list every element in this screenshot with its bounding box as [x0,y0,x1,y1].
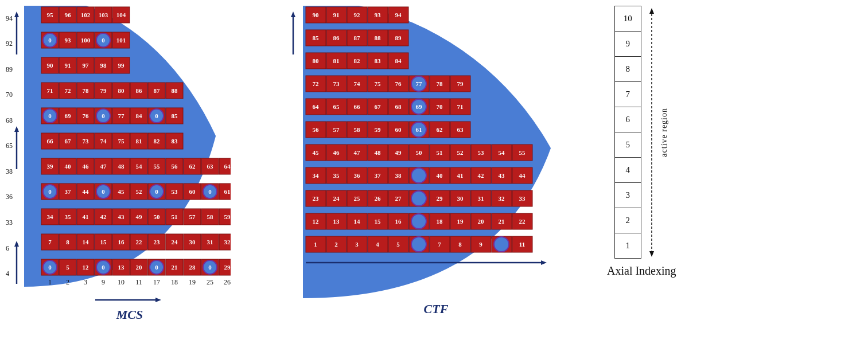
svg-text:69: 69 [65,112,72,119]
svg-text:48: 48 [118,163,125,170]
svg-text:0: 0 [102,37,105,44]
svg-text:59: 59 [375,126,382,133]
svg-text:38: 38 [395,172,402,179]
svg-text:19: 19 [189,278,196,286]
svg-text:0: 0 [48,37,52,44]
svg-text:89: 89 [395,34,402,41]
svg-text:9: 9 [479,241,482,248]
svg-point-424 [411,191,426,206]
svg-text:0: 0 [155,188,158,195]
axial-row-5: 5 [614,132,641,158]
svg-text:90: 90 [47,62,54,69]
svg-text:64: 64 [224,163,231,170]
svg-text:49: 49 [395,149,402,156]
svg-point-425 [411,214,426,229]
svg-text:34: 34 [47,213,54,220]
svg-text:72: 72 [65,87,72,94]
svg-text:45: 45 [313,149,320,156]
up-arrow-3 [11,11,22,57]
svg-text:77: 77 [118,112,125,119]
svg-text:85: 85 [313,34,320,41]
svg-text:1: 1 [314,241,317,248]
svg-text:75: 75 [118,138,125,145]
mcs-section: 94 92 89 70 68 65 38 36 33 6 4 [11,6,231,322]
svg-text:82: 82 [154,138,161,145]
svg-text:67: 67 [65,138,72,145]
svg-text:22: 22 [136,239,143,245]
svg-text:29: 29 [437,195,443,202]
svg-text:47: 47 [354,149,361,156]
svg-text:50: 50 [154,213,161,220]
axial-cell-1: 1 [614,233,641,259]
svg-text:81: 81 [136,138,142,145]
svg-text:99: 99 [118,62,125,69]
svg-text:83: 83 [375,57,382,64]
svg-text:13: 13 [333,218,340,225]
svg-text:91: 91 [65,62,71,69]
svg-text:30: 30 [457,195,464,202]
svg-text:25: 25 [354,195,361,202]
svg-text:58: 58 [207,213,214,220]
svg-text:20: 20 [136,264,143,271]
svg-point-426 [411,237,426,252]
up-arrow-2 [11,126,22,172]
svg-text:60: 60 [189,188,196,195]
svg-text:7: 7 [438,241,441,248]
svg-text:95: 95 [47,11,54,18]
svg-text:57: 57 [189,213,196,220]
svg-text:44: 44 [519,172,526,179]
svg-text:80: 80 [118,87,125,94]
svg-text:15: 15 [100,239,107,245]
svg-text:104: 104 [116,11,126,18]
axial-cell-4: 4 [614,158,641,183]
svg-marker-228 [155,298,161,302]
y-label-89: 89 [6,65,13,74]
svg-text:13: 13 [118,264,125,271]
svg-text:87: 87 [354,34,361,41]
svg-text:15: 15 [375,218,382,225]
svg-text:3: 3 [355,241,359,248]
svg-text:68: 68 [395,103,402,110]
y-label-38: 38 [6,167,13,176]
svg-text:74: 74 [100,138,107,145]
svg-text:61: 61 [416,126,422,133]
svg-text:75: 75 [375,80,382,87]
svg-text:47: 47 [100,163,107,170]
svg-text:81: 81 [333,57,340,64]
svg-text:37: 37 [65,188,72,195]
svg-text:87: 87 [154,87,161,94]
svg-text:56: 56 [172,163,178,170]
svg-text:35: 35 [333,172,340,179]
mcs-label: MCS [116,307,143,322]
svg-text:42: 42 [478,172,485,179]
svg-text:28: 28 [189,264,196,271]
svg-text:24: 24 [172,239,178,245]
svg-text:17: 17 [153,278,160,286]
svg-text:72: 72 [313,80,320,87]
svg-text:86: 86 [333,34,340,41]
svg-text:73: 73 [83,138,89,145]
axial-row-8: 8 [614,57,641,82]
svg-text:98: 98 [100,62,107,69]
svg-text:8: 8 [66,239,69,245]
svg-text:56: 56 [313,126,320,133]
ctf-up-arrow [288,11,298,57]
svg-text:30: 30 [189,239,196,245]
svg-text:41: 41 [457,172,464,179]
svg-text:51: 51 [437,149,443,156]
svg-text:93: 93 [65,37,72,44]
svg-text:0: 0 [208,188,212,195]
svg-text:52: 52 [457,149,464,156]
svg-text:0: 0 [208,264,212,271]
svg-text:66: 66 [354,103,361,110]
svg-text:61: 61 [224,188,231,195]
ctf-grid: 90 91 92 93 94 85 86 87 88 89 [303,6,573,298]
svg-text:58: 58 [354,126,361,133]
svg-text:9: 9 [102,278,105,286]
svg-text:21: 21 [172,264,178,271]
svg-text:14: 14 [354,218,361,225]
y-label-36: 36 [6,193,13,201]
svg-text:45: 45 [118,188,125,195]
svg-text:51: 51 [172,213,178,220]
svg-text:26: 26 [375,195,382,202]
